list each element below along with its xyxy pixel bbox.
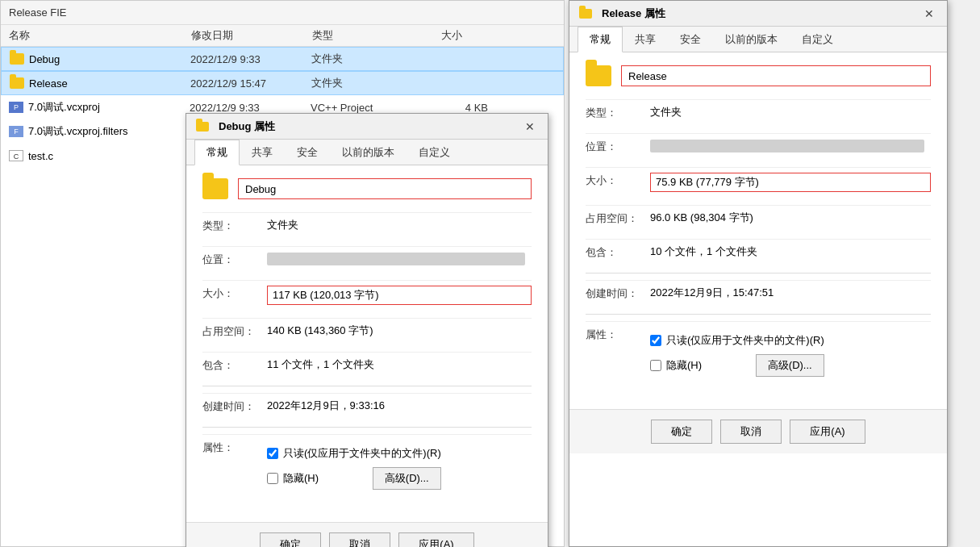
release-occupied-label: 占用空间： <box>586 211 650 226</box>
breadcrumb: Release FIE <box>9 6 67 19</box>
release-apply-button[interactable]: 应用(A) <box>790 420 865 444</box>
tab-general[interactable]: 常规 <box>194 140 240 165</box>
vcxproj-icon: P <box>9 102 23 113</box>
file-name: 7.0调试.vcxproj <box>28 100 190 115</box>
cancel-button[interactable]: 取消 <box>329 532 390 547</box>
advanced-button[interactable]: 高级(D)... <box>373 467 441 490</box>
release-dialog-body: 类型： 文件夹 位置： 大小： 75.9 KB (77,779 字节) 占用空间… <box>569 52 947 409</box>
blurred-location <box>267 253 525 265</box>
created-label: 创建时间： <box>202 399 267 414</box>
size-value: 117 KB (120,013 字节) <box>267 286 532 305</box>
dialog-footer: 确定 取消 应用(A) <box>186 522 548 547</box>
col-date-header: 修改日期 <box>191 28 312 43</box>
folder-name-row <box>202 178 532 199</box>
release-tab-security[interactable]: 安全 <box>668 27 713 52</box>
release-folder-name-row <box>586 65 931 86</box>
tab-custom[interactable]: 自定义 <box>407 140 462 165</box>
release-attrs-section: 只读(仅应用于文件夹中的文件)(R) 隐藏(H) 高级(D)... <box>650 333 824 383</box>
debug-properties-dialog: Debug 属性 ✕ 常规 共享 安全 以前的版本 自定义 类型： 文件夹 位置… <box>186 113 548 547</box>
release-readonly-label: 只读(仅应用于文件夹中的文件)(R) <box>666 333 824 348</box>
contains-value: 11 个文件，1 个文件夹 <box>267 357 532 372</box>
folder-name-input[interactable] <box>238 178 532 199</box>
release-dialog-title: Release 属性 <box>602 6 665 21</box>
size-label: 大小： <box>202 286 267 301</box>
folder-icon-large <box>202 178 228 199</box>
release-ok-button[interactable]: 确定 <box>651 420 712 444</box>
release-dialog-tabs: 常规 共享 安全 以前的版本 自定义 <box>569 27 947 52</box>
list-item[interactable]: Release 2022/12/9 15:47 文件夹 <box>1 71 564 95</box>
file-type: VC++ Project <box>311 102 440 114</box>
release-folder-icon <box>579 9 592 19</box>
release-type-value: 文件夹 <box>650 105 931 119</box>
occupied-label: 占用空间： <box>202 324 267 339</box>
dialog-body: 类型： 文件夹 位置： 大小： 117 KB (120,013 字节) 占用空间… <box>186 165 548 522</box>
tab-share[interactable]: 共享 <box>240 140 285 165</box>
list-item[interactable]: Debug 2022/12/9 9:33 文件夹 <box>1 47 564 71</box>
apply-button[interactable]: 应用(A) <box>398 532 473 547</box>
occupied-value: 140 KB (143,360 字节) <box>267 324 532 338</box>
release-hidden-label: 隐藏(H) <box>666 358 702 373</box>
release-created-value: 2022年12月9日，15:47:51 <box>650 286 931 300</box>
ok-button[interactable]: 确定 <box>260 532 321 547</box>
release-folder-name-input[interactable] <box>621 65 931 86</box>
release-location-value <box>650 139 931 152</box>
release-readonly-checkbox[interactable] <box>650 335 661 346</box>
type-value: 文件夹 <box>267 218 532 232</box>
explorer-topbar: Release FIE <box>1 1 564 25</box>
file-name: 7.0调试.vcxproj.filters <box>28 124 190 139</box>
file-date: 2022/12/9 9:33 <box>190 53 311 65</box>
location-row: 位置： <box>202 246 532 272</box>
release-type-row: 类型： 文件夹 <box>586 99 931 125</box>
tab-security[interactable]: 安全 <box>285 140 330 165</box>
release-tab-custom[interactable]: 自定义 <box>790 27 845 52</box>
file-name: Debug <box>29 53 190 65</box>
release-tab-share[interactable]: 共享 <box>623 27 668 52</box>
release-location-row: 位置： <box>586 133 931 159</box>
release-created-label: 创建时间： <box>586 286 650 301</box>
release-hidden-row: 隐藏(H) 高级(D)... <box>650 354 824 377</box>
attrs-label: 属性： <box>202 440 267 455</box>
release-advanced-button[interactable]: 高级(D)... <box>756 354 824 377</box>
filter-icon: F <box>9 126 23 137</box>
hidden-row: 隐藏(H) 高级(D)... <box>267 467 441 490</box>
release-tab-previous[interactable]: 以前的版本 <box>713 27 790 52</box>
release-tab-general[interactable]: 常规 <box>578 27 623 52</box>
release-created-row: 创建时间： 2022年12月9日，15:47:51 <box>586 280 931 306</box>
release-location-label: 位置： <box>586 139 650 154</box>
file-date: 2022/12/9 15:47 <box>190 77 311 90</box>
folder-icon <box>10 53 24 65</box>
dialog-tabs: 常规 共享 安全 以前的版本 自定义 <box>186 140 548 165</box>
col-type-header: 类型 <box>312 28 441 43</box>
dialog-titlebar: Debug 属性 ✕ <box>186 114 548 140</box>
col-size-header: 大小 <box>441 28 490 43</box>
release-hidden-checkbox[interactable] <box>650 360 661 371</box>
readonly-row: 只读(仅应用于文件夹中的文件)(R) <box>267 446 441 461</box>
release-type-label: 类型： <box>586 105 650 120</box>
hidden-label: 隐藏(H) <box>283 471 319 486</box>
readonly-checkbox[interactable] <box>267 448 278 459</box>
contains-label: 包含： <box>202 357 267 373</box>
readonly-label: 只读(仅应用于文件夹中的文件)(R) <box>283 446 441 461</box>
occupied-row: 占用空间： 140 KB (143,360 字节) <box>202 318 532 344</box>
hidden-checkbox[interactable] <box>267 473 278 484</box>
release-contains-value: 10 个文件，1 个文件夹 <box>650 244 931 259</box>
release-cancel-button[interactable]: 取消 <box>720 420 782 444</box>
release-contains-label: 包含： <box>586 244 650 260</box>
location-value <box>267 252 532 265</box>
release-contains-row: 包含： 10 个文件，1 个文件夹 <box>586 239 931 265</box>
release-title-area: Release 属性 <box>579 6 665 21</box>
tab-previous[interactable]: 以前的版本 <box>330 140 407 165</box>
release-close-button[interactable]: ✕ <box>921 6 937 22</box>
file-type: 文件夹 <box>311 52 440 66</box>
file-header: 名称 修改日期 类型 大小 <box>1 25 564 47</box>
c-file-icon: C <box>9 150 23 161</box>
created-row: 创建时间： 2022年12月9日，9:33:16 <box>202 393 532 419</box>
release-attrs-label: 属性： <box>586 327 650 342</box>
close-button[interactable]: ✕ <box>522 119 538 135</box>
dialog-folder-icon <box>196 122 209 132</box>
release-size-label: 大小： <box>586 173 650 188</box>
location-label: 位置： <box>202 252 267 267</box>
release-dialog-footer: 确定 取消 应用(A) <box>569 409 947 453</box>
dialog-title-area: Debug 属性 <box>196 119 275 134</box>
release-size-value: 75.9 KB (77,779 字节) <box>650 173 931 192</box>
